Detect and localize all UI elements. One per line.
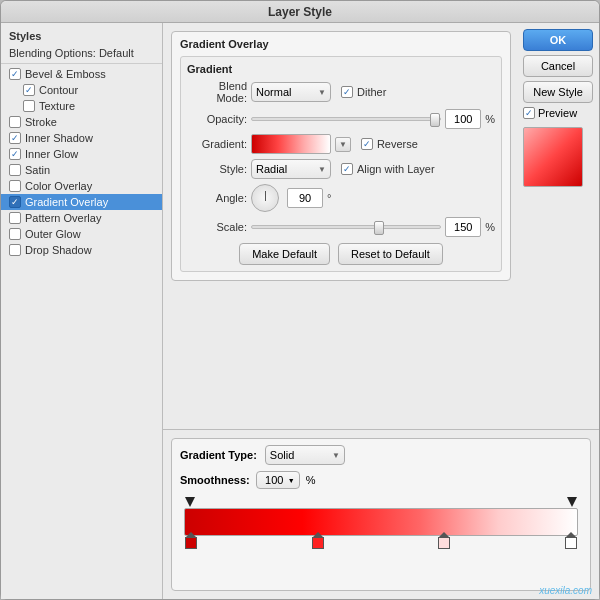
checkbox-contour[interactable] xyxy=(23,84,35,96)
sidebar-label-gradient-overlay: Gradient Overlay xyxy=(25,196,108,208)
opacity-thumb[interactable] xyxy=(430,113,440,127)
angle-row: Angle: ° xyxy=(187,184,495,212)
sidebar-label-contour: Contour xyxy=(39,84,78,96)
opacity-slider[interactable] xyxy=(251,117,441,121)
dither-label: Dither xyxy=(357,86,386,98)
scale-input[interactable] xyxy=(445,217,481,237)
opacity-row: Opacity: % xyxy=(187,109,495,129)
make-default-button[interactable]: Make Default xyxy=(239,243,330,265)
opacity-stop-left[interactable] xyxy=(185,497,195,507)
checkbox-satin[interactable] xyxy=(9,164,21,176)
gradient-display-bar[interactable] xyxy=(184,508,578,536)
style-value: Radial xyxy=(256,163,316,175)
preview-checkbox[interactable] xyxy=(523,107,535,119)
reverse-row: Reverse xyxy=(361,138,418,150)
style-dropdown[interactable]: Radial ▼ xyxy=(251,159,331,179)
angle-indicator xyxy=(265,191,266,201)
scale-thumb[interactable] xyxy=(374,221,384,235)
smoothness-percent: % xyxy=(306,474,316,486)
checkbox-drop-shadow[interactable] xyxy=(9,244,21,256)
sidebar-item-color-overlay[interactable]: Color Overlay xyxy=(1,178,162,194)
checkbox-outer-glow[interactable] xyxy=(9,228,21,240)
opacity-input[interactable] xyxy=(445,109,481,129)
reverse-label: Reverse xyxy=(377,138,418,150)
checkbox-stroke[interactable] xyxy=(9,116,21,128)
align-layer-checkbox[interactable] xyxy=(341,163,353,175)
sidebar-item-inner-glow[interactable]: Inner Glow xyxy=(1,146,162,162)
blend-mode-row: Blend Mode: Normal ▼ Dither xyxy=(187,80,495,104)
angle-input[interactable] xyxy=(287,188,323,208)
color-stops-row xyxy=(184,537,578,549)
blend-mode-value: Normal xyxy=(256,86,316,98)
smoothness-row: Smoothness: 100 ▼ % xyxy=(180,471,582,489)
color-stop-1[interactable] xyxy=(185,537,197,549)
color-stop-3[interactable] xyxy=(438,537,450,549)
reverse-checkbox[interactable] xyxy=(361,138,373,150)
checkbox-gradient-overlay[interactable] xyxy=(9,196,21,208)
angle-label: Angle: xyxy=(187,192,247,204)
blend-mode-dropdown[interactable]: Normal ▼ xyxy=(251,82,331,102)
gradient-type-row: Gradient Type: Solid ▼ xyxy=(180,445,582,465)
checkbox-bevel-emboss[interactable] xyxy=(9,68,21,80)
dither-checkbox[interactable] xyxy=(341,86,353,98)
gradient-editor-panel: Gradient Type: Solid ▼ Smoothness: 100 ▼… xyxy=(163,429,599,599)
color-stop-2[interactable] xyxy=(312,537,324,549)
sidebar-item-outer-glow[interactable]: Outer Glow xyxy=(1,226,162,242)
checkbox-inner-glow[interactable] xyxy=(9,148,21,160)
sidebar: Styles Blending Options: Default Bevel &… xyxy=(1,23,163,599)
sidebar-header: Styles xyxy=(1,27,162,45)
sidebar-item-bevel-emboss[interactable]: Bevel & Emboss xyxy=(1,66,162,82)
sidebar-item-contour[interactable]: Contour xyxy=(1,82,162,98)
gradient-section-label: Gradient xyxy=(187,63,495,75)
smoothness-value: 100 xyxy=(261,474,288,486)
angle-dial[interactable] xyxy=(251,184,279,212)
gradient-swatch[interactable] xyxy=(251,134,331,154)
preview-label: Preview xyxy=(538,107,577,119)
watermark: xuexila.com xyxy=(539,585,592,596)
sidebar-item-texture[interactable]: Texture xyxy=(1,98,162,114)
sidebar-label-inner-shadow: Inner Shadow xyxy=(25,132,93,144)
gradient-dropdown-arrow[interactable]: ▼ xyxy=(335,137,351,152)
settings-area: Gradient Overlay Gradient Blend Mode: No… xyxy=(163,23,519,429)
checkbox-color-overlay[interactable] xyxy=(9,180,21,192)
scale-slider[interactable] xyxy=(251,225,441,229)
style-row: Style: Radial ▼ Align with Layer xyxy=(187,159,495,179)
sidebar-item-gradient-overlay[interactable]: Gradient Overlay xyxy=(1,194,162,210)
smoothness-label: Smoothness: xyxy=(180,474,250,486)
checkbox-texture[interactable] xyxy=(23,100,35,112)
sidebar-label-satin: Satin xyxy=(25,164,50,176)
sidebar-label-color-overlay: Color Overlay xyxy=(25,180,92,192)
sidebar-item-inner-shadow[interactable]: Inner Shadow xyxy=(1,130,162,146)
blend-mode-label: Blend Mode: xyxy=(187,80,247,104)
new-style-button[interactable]: New Style xyxy=(523,81,593,103)
checkbox-inner-shadow[interactable] xyxy=(9,132,21,144)
opacity-stop-right[interactable] xyxy=(567,497,577,507)
main-content: Styles Blending Options: Default Bevel &… xyxy=(1,23,599,599)
reset-default-button[interactable]: Reset to Default xyxy=(338,243,443,265)
gradient-type-dropdown[interactable]: Solid ▼ xyxy=(265,445,345,465)
style-label: Style: xyxy=(187,163,247,175)
preview-thumbnail xyxy=(523,127,583,187)
smoothness-dropdown[interactable]: 100 ▼ xyxy=(256,471,300,489)
buttons-panel: OK Cancel New Style Preview xyxy=(519,23,599,429)
color-stop-4[interactable] xyxy=(565,537,577,549)
checkbox-pattern-overlay[interactable] xyxy=(9,212,21,224)
right-panel: Gradient Overlay Gradient Blend Mode: No… xyxy=(163,23,599,599)
default-buttons-row: Make Default Reset to Default xyxy=(187,243,495,265)
blending-options[interactable]: Blending Options: Default xyxy=(1,45,162,64)
smoothness-arrow: ▼ xyxy=(288,477,295,484)
cancel-button[interactable]: Cancel xyxy=(523,55,593,77)
gradient-bar-container xyxy=(184,497,578,549)
ok-button[interactable]: OK xyxy=(523,29,593,51)
sidebar-item-stroke[interactable]: Stroke xyxy=(1,114,162,130)
gradient-type-label: Gradient Type: xyxy=(180,449,257,461)
sidebar-item-satin[interactable]: Satin xyxy=(1,162,162,178)
window-title: Layer Style xyxy=(268,5,332,19)
sidebar-item-pattern-overlay[interactable]: Pattern Overlay xyxy=(1,210,162,226)
gradient-type-arrow: ▼ xyxy=(332,451,340,460)
preview-row: Preview xyxy=(523,107,593,119)
sidebar-label-inner-glow: Inner Glow xyxy=(25,148,78,160)
sidebar-item-drop-shadow[interactable]: Drop Shadow xyxy=(1,242,162,258)
scale-percent: % xyxy=(485,221,495,233)
degree-symbol: ° xyxy=(327,192,331,204)
